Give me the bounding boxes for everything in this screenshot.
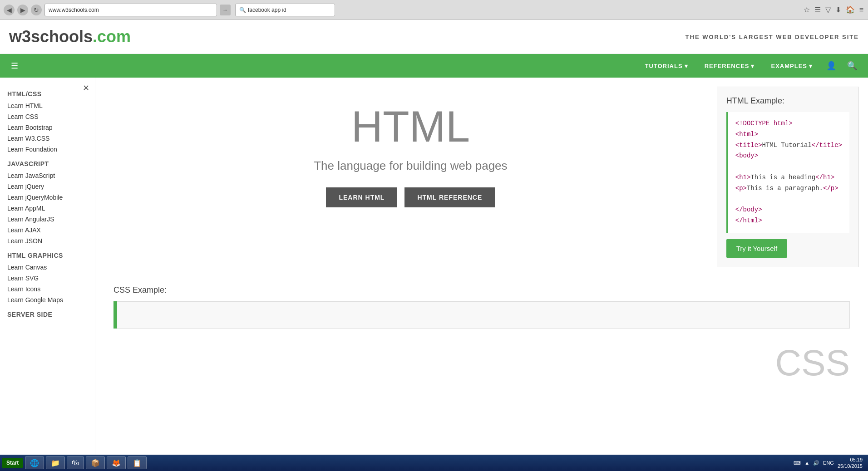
download-button[interactable]: ⬇ (834, 5, 842, 15)
tagline: THE WORLD'S LARGEST WEB DEVELOPER SITE (686, 34, 859, 40)
search-bar[interactable]: 🔍 facebook app id (235, 4, 335, 16)
examples-dropdown-icon: ▾ (809, 63, 813, 69)
user-icon-button[interactable]: 👤 (823, 57, 840, 74)
css-section-title: CSS Example: (113, 285, 850, 295)
code-line-10: </html> (735, 216, 842, 226)
home-button[interactable]: 🏠 (845, 5, 856, 15)
sidebar-item-learn-bootstrap[interactable]: Learn Bootstrap (7, 122, 95, 133)
main-content: HTML Example: <!DOCTYPE html> <html> <ti… (95, 78, 868, 460)
code-block: <!DOCTYPE html> <html> <title>HTML Tutor… (726, 112, 849, 233)
nav-items: TUTORIALS ▾ REFERENCES ▾ EXAMPLES ▾ 👤 🔍 (638, 57, 861, 74)
code-line-9: </body> (735, 205, 842, 216)
sidebar-item-learn-googlemaps[interactable]: Learn Google Maps (7, 294, 95, 305)
taskbar-clock: 05:19 25/10/2015 (838, 456, 863, 460)
browser-actions: ☆ ☰ ▽ ⬇ 🏠 ≡ (803, 5, 864, 15)
address-text: www.w3schools.com (49, 7, 99, 13)
tutorials-dropdown-icon: ▾ (685, 63, 688, 69)
references-nav-item[interactable]: REFERENCES ▾ (698, 59, 761, 73)
sidebar-item-learn-javascript[interactable]: Learn JavaScript (7, 170, 95, 181)
tutorials-nav-item[interactable]: TUTORIALS ▾ (638, 59, 694, 73)
references-dropdown-icon: ▾ (751, 63, 755, 69)
taskbar-ie-item[interactable]: 🌐 (25, 456, 44, 460)
sidebar-item-learn-json[interactable]: Learn JSON (7, 236, 95, 246)
go-button[interactable]: → (220, 5, 231, 15)
sidebar-item-learn-html[interactable]: Learn HTML (7, 100, 95, 111)
code-line-6: <h1>This is a heading</h1> (735, 172, 842, 183)
learn-html-button[interactable]: LEARN HTML (326, 187, 397, 207)
bookmark-list-button[interactable]: ☰ (814, 5, 822, 15)
sidebar-item-learn-jquery[interactable]: Learn jQuery (7, 181, 95, 192)
code-line-8 (735, 194, 842, 205)
code-line-7: <p>This is a paragraph.</p> (735, 183, 842, 194)
sidebar-item-learn-angularjs[interactable]: Learn AngularJS (7, 214, 95, 225)
forward-button[interactable]: ▶ (17, 5, 28, 15)
code-line-1: <!DOCTYPE html> (735, 118, 842, 129)
logo-w3: w3schools (9, 27, 93, 46)
taskbar-store-item[interactable]: 🛍 (67, 456, 84, 460)
css-code-area (117, 301, 850, 329)
examples-label: EXAMPLES (771, 63, 807, 69)
address-bar[interactable]: www.w3schools.com (44, 4, 217, 16)
browser-chrome: ◀ ▶ ↻ www.w3schools.com → 🔍 facebook app… (0, 0, 868, 20)
sidebar-javascript-title: JavaScript (7, 160, 95, 167)
sidebar-htmlgraphics-title: HTML Graphics (7, 252, 95, 259)
taskbar-items: 🌐 📁 🛍 📦 🦊 📋 (25, 456, 794, 460)
bookmark-star-button[interactable]: ☆ (803, 5, 811, 15)
pocket-button[interactable]: ▽ (824, 5, 832, 15)
tutorials-label: TUTORIALS (645, 63, 682, 69)
content-wrapper: ✕ HTML/CSS Learn HTML Learn CSS Learn Bo… (0, 78, 868, 460)
sidebar-item-learn-canvas[interactable]: Learn Canvas (7, 262, 95, 273)
html-reference-button[interactable]: HTML REFERENCE (404, 187, 495, 207)
start-button[interactable]: Start (2, 458, 23, 460)
logo-com: .com (93, 27, 131, 46)
taskbar-time: 05:19 (838, 456, 863, 460)
taskbar-amazon-item[interactable]: 📦 (86, 456, 105, 460)
sidebar-serverside-title: Server Side (7, 311, 95, 318)
sidebar-item-learn-css[interactable]: Learn CSS (7, 111, 95, 122)
code-line-2: <html> (735, 129, 842, 140)
example-title: HTML Example: (726, 96, 849, 106)
sidebar-item-learn-svg[interactable]: Learn SVG (7, 273, 95, 284)
examples-nav-item[interactable]: EXAMPLES ▾ (764, 59, 819, 73)
taskbar-firefox-item[interactable]: 🦊 (107, 456, 126, 460)
taskbar-folder-item[interactable]: 📁 (46, 456, 65, 460)
back-button[interactable]: ◀ (4, 5, 15, 15)
menu-button[interactable]: ≡ (858, 5, 864, 15)
hamburger-button[interactable]: ☰ (7, 57, 22, 74)
css-color-bar (113, 301, 117, 329)
sidebar-item-learn-jquerymobile[interactable]: Learn jQueryMobile (7, 192, 95, 203)
sidebar-item-learn-foundation[interactable]: Learn Foundation (7, 144, 95, 155)
sidebar-item-learn-appml[interactable]: Learn AppML (7, 203, 95, 214)
search-icon-button[interactable]: 🔍 (843, 57, 861, 74)
sidebar-item-learn-icons[interactable]: Learn Icons (7, 284, 95, 294)
example-box: HTML Example: <!DOCTYPE html> <html> <ti… (717, 87, 859, 267)
taskbar: Start 🌐 📁 🛍 📦 🦊 📋 ⌨ ▲ 🔊 ENG 05:19 25/10/… (0, 455, 868, 460)
taskbar-right: ⌨ ▲ 🔊 ENG 05:19 25/10/2015 (794, 456, 863, 460)
css-section: CSS Example: (95, 276, 868, 338)
code-line-3: <title>HTML Tutorial</title> (735, 140, 842, 151)
sidebar-item-learn-w3css[interactable]: Learn W3.CSS (7, 133, 95, 144)
code-line-5 (735, 162, 842, 172)
code-line-4: <body> (735, 151, 842, 162)
logo: w3schools.com (9, 27, 131, 46)
refresh-button[interactable]: ↻ (31, 5, 42, 15)
sidebar-htmlcss-title: HTML/CSS (7, 90, 95, 98)
sidebar-close-button[interactable]: ✕ (83, 83, 89, 93)
references-label: REFERENCES (705, 63, 750, 69)
sidebar-item-learn-ajax[interactable]: Learn AJAX (7, 225, 95, 236)
search-text: facebook app id (248, 7, 286, 13)
nav-bar: ☰ TUTORIALS ▾ REFERENCES ▾ EXAMPLES ▾ 👤 … (0, 54, 868, 78)
site-header: w3schools.com THE WORLD'S LARGEST WEB DE… (0, 20, 868, 54)
hero-buttons: LEARN HTML HTML REFERENCE (113, 187, 708, 207)
css-code-preview (113, 301, 850, 329)
hero-and-example: HTML Example: <!DOCTYPE html> <html> <ti… (95, 78, 868, 276)
try-it-yourself-button[interactable]: Try it Yourself (726, 239, 787, 258)
taskbar-other-item[interactable]: 📋 (128, 456, 147, 460)
sidebar: ✕ HTML/CSS Learn HTML Learn CSS Learn Bo… (0, 78, 95, 460)
css-big-title: CSS (95, 342, 868, 384)
page-wrap: w3schools.com THE WORLD'S LARGEST WEB DE… (0, 20, 868, 460)
